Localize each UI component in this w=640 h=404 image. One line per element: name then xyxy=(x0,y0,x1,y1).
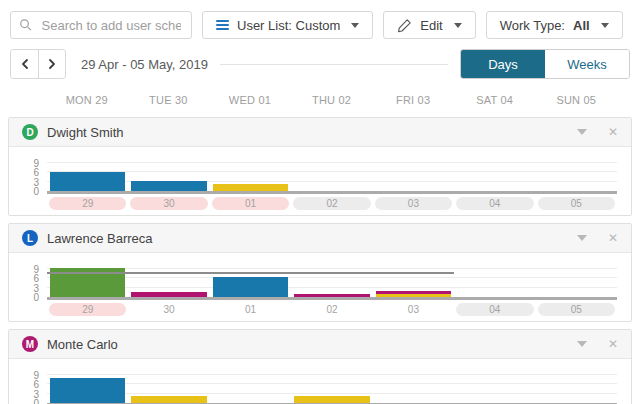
user-list-label: User List: Custom xyxy=(237,18,340,33)
day-header: WED 01 xyxy=(209,94,291,106)
plot-area: 29300102030405 xyxy=(47,153,617,210)
y-tick-label: 3 xyxy=(33,284,39,294)
day-header: SAT 04 xyxy=(454,94,536,106)
schedule-bar[interactable] xyxy=(376,294,451,297)
chart-baseline xyxy=(47,191,617,194)
schedule-bar[interactable] xyxy=(131,181,206,191)
gridline xyxy=(47,277,617,278)
chevron-down-icon[interactable] xyxy=(577,129,587,135)
day-cell[interactable]: 01 xyxy=(212,303,289,316)
card-header-actions: ✕ xyxy=(577,232,618,244)
search-box[interactable] xyxy=(10,11,192,39)
prev-week-button[interactable] xyxy=(11,50,38,78)
work-type-dropdown[interactable]: Work Type: All xyxy=(486,11,623,39)
schedule-bar[interactable] xyxy=(50,378,125,403)
y-tick-label: 3 xyxy=(33,390,39,400)
chart-baseline xyxy=(47,297,617,300)
schedule-bar[interactable] xyxy=(131,292,206,297)
day-cell[interactable]: 29 xyxy=(49,197,126,210)
chevron-down-icon[interactable] xyxy=(577,341,587,347)
user-card-header: LLawrence Barreca✕ xyxy=(9,224,631,253)
day-cell[interactable]: 03 xyxy=(375,197,452,210)
avatar: D xyxy=(22,124,38,140)
schedule-bar[interactable] xyxy=(376,291,451,294)
chevron-down-icon[interactable] xyxy=(577,235,587,241)
chevron-down-icon xyxy=(454,23,462,28)
date-range-label: 29 Apr - 05 May, 2019 xyxy=(81,57,208,72)
work-type-label: Work Type: xyxy=(500,18,565,33)
gridline xyxy=(47,171,617,172)
card-header-actions: ✕ xyxy=(577,338,618,350)
chevron-down-icon xyxy=(351,23,359,28)
weeks-toggle-button[interactable]: Weeks xyxy=(545,50,629,78)
user-list-dropdown[interactable]: User List: Custom xyxy=(202,11,373,39)
period-toggle: Days Weeks xyxy=(460,49,630,79)
day-cell[interactable]: 04 xyxy=(456,303,533,316)
schedule-bar[interactable] xyxy=(294,396,369,403)
day-cell[interactable]: 29 xyxy=(49,303,126,316)
day-cell[interactable]: 03 xyxy=(375,303,452,316)
capacity-line xyxy=(47,272,454,274)
divider xyxy=(220,64,448,65)
user-name: Monte Carlo xyxy=(47,337,118,352)
y-tick-label: 6 xyxy=(33,168,39,178)
chevron-left-icon xyxy=(20,58,30,70)
gridline xyxy=(47,374,617,375)
gridline xyxy=(47,383,617,384)
user-schedule-card: LLawrence Barreca✕036929300102030405 xyxy=(8,223,632,322)
y-tick-label: 0 xyxy=(33,293,39,303)
day-header: MON 29 xyxy=(46,94,128,106)
next-week-button[interactable] xyxy=(38,50,65,78)
edit-dropdown[interactable]: Edit xyxy=(383,11,475,39)
day-header: TUE 30 xyxy=(128,94,210,106)
close-icon[interactable]: ✕ xyxy=(608,338,618,350)
search-input[interactable] xyxy=(40,17,183,34)
gridline xyxy=(47,287,617,288)
schedule-bar[interactable] xyxy=(213,277,288,297)
schedule-chart: 036929300102030405 xyxy=(9,359,631,404)
day-cell[interactable]: 30 xyxy=(130,197,207,210)
plot-area: 29300102030405 xyxy=(47,365,617,404)
y-axis: 0369 xyxy=(9,259,47,316)
user-schedule-card: DDwight Smith✕036929300102030405 xyxy=(8,117,632,216)
close-icon[interactable]: ✕ xyxy=(608,232,618,244)
user-schedule-list: DDwight Smith✕036929300102030405LLawrenc… xyxy=(0,117,640,404)
bar-plot xyxy=(47,365,617,403)
list-icon xyxy=(216,20,229,30)
day-cell[interactable]: 05 xyxy=(538,303,615,316)
day-cell[interactable]: 30 xyxy=(130,303,207,316)
day-cell-row: 29300102030405 xyxy=(47,197,617,210)
y-tick-label: 6 xyxy=(33,274,39,284)
gridline xyxy=(47,268,617,269)
day-cell[interactable]: 02 xyxy=(293,303,370,316)
toolbar: User List: Custom Edit Work Type: All xyxy=(0,0,640,39)
y-axis: 0369 xyxy=(9,153,47,210)
schedule-chart: 036929300102030405 xyxy=(9,147,631,215)
plot-area: 29300102030405 xyxy=(47,259,617,316)
y-axis: 0369 xyxy=(9,365,47,404)
day-header-row: MON 29TUE 30WED 01THU 02FRI 03SAT 04SUN … xyxy=(46,94,617,106)
day-cell[interactable]: 02 xyxy=(293,197,370,210)
user-card-header: MMonte Carlo✕ xyxy=(9,330,631,359)
y-tick-label: 0 xyxy=(33,187,39,197)
y-tick-label: 9 xyxy=(33,265,39,275)
day-cell[interactable]: 01 xyxy=(212,197,289,210)
schedule-bar[interactable] xyxy=(131,396,206,403)
schedule-bar[interactable] xyxy=(213,184,288,191)
schedule-bar[interactable] xyxy=(294,294,369,297)
date-navigation: 29 Apr - 05 May, 2019 Days Weeks xyxy=(10,49,630,79)
day-cell[interactable]: 04 xyxy=(456,197,533,210)
schedule-bar[interactable] xyxy=(50,172,125,191)
y-tick-label: 3 xyxy=(33,178,39,188)
days-toggle-button[interactable]: Days xyxy=(461,50,545,78)
day-header: THU 02 xyxy=(291,94,373,106)
y-tick-label: 6 xyxy=(33,380,39,390)
close-icon[interactable]: ✕ xyxy=(608,126,618,138)
edit-label: Edit xyxy=(420,18,442,33)
day-cell-row: 29300102030405 xyxy=(47,303,617,316)
avatar: M xyxy=(22,336,38,352)
card-header-actions: ✕ xyxy=(577,126,618,138)
day-header: SUN 05 xyxy=(535,94,617,106)
day-header: FRI 03 xyxy=(372,94,454,106)
day-cell[interactable]: 05 xyxy=(538,197,615,210)
